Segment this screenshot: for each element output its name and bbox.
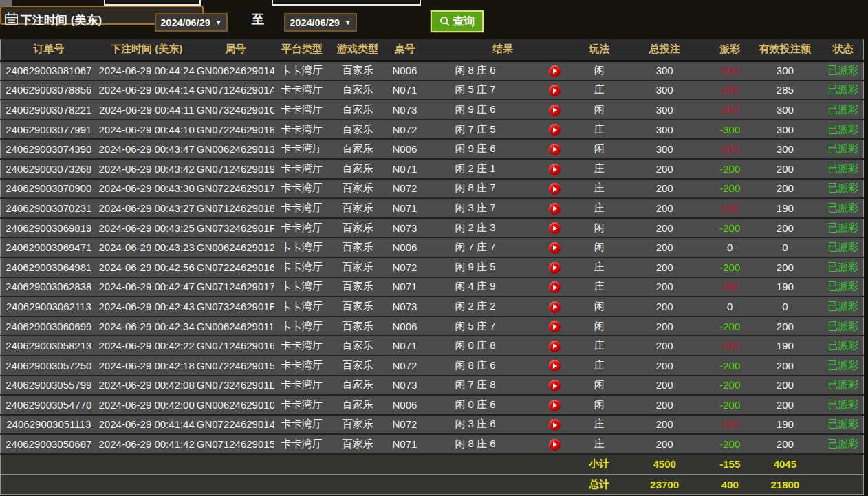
header-status: 状态	[823, 39, 863, 61]
cell-game-type: 百家乐	[329, 218, 386, 238]
play-icon[interactable]	[549, 85, 561, 96]
chevron-down-icon: ▼	[215, 19, 222, 26]
cell-valid-bet: 200	[747, 218, 823, 238]
cell-payout: -200	[713, 395, 747, 415]
cell-platform: 卡卡湾厅	[274, 237, 329, 257]
header-payout: 派彩	[713, 39, 747, 61]
play-icon[interactable]	[549, 400, 561, 411]
cell-table-no: N071	[386, 80, 424, 100]
table-row: 240629003081067 2024-06-29 00:44:24 GN00…	[1, 61, 864, 80]
play-icon[interactable]	[549, 360, 561, 371]
cell-game-type: 百家乐	[329, 356, 386, 376]
cell-platform: 卡卡湾厅	[274, 61, 329, 80]
cell-play: 庄	[582, 257, 616, 277]
cell-total-bet: 200	[616, 376, 713, 396]
cell-bet-time: 2024-06-29 00:41:42	[97, 434, 197, 454]
cell-round: GN07224629017	[197, 179, 274, 199]
cell-total-bet: 200	[616, 296, 713, 316]
cell-payout: 300	[713, 139, 747, 159]
table-row: 240629003050687 2024-06-29 00:41:42 GN07…	[1, 434, 864, 454]
cell-status: 已派彩	[823, 415, 863, 435]
play-icon[interactable]	[549, 65, 561, 77]
cell-table-no: N072	[386, 415, 424, 435]
cell-valid-bet: 200	[747, 257, 823, 277]
cell-bet-time: 2024-06-29 00:43:25	[97, 218, 197, 238]
play-icon[interactable]	[549, 262, 561, 274]
cell-bet-time: 2024-06-29 00:43:30	[97, 179, 197, 199]
cell-valid-bet: 190	[747, 198, 823, 218]
cell-replay	[527, 277, 582, 297]
play-icon[interactable]	[549, 105, 561, 116]
cell-result: 闲 7 庄 8	[424, 376, 527, 396]
cell-bet-time: 2024-06-29 00:43:27	[97, 198, 197, 218]
cell-valid-bet: 200	[747, 376, 823, 396]
cell-valid-bet: 300	[747, 139, 823, 159]
cell-order: 240629003058213	[1, 336, 97, 356]
cell-valid-bet: 300	[747, 61, 823, 80]
play-icon[interactable]	[549, 144, 561, 155]
cell-table-no: N072	[386, 120, 424, 140]
cell-platform: 卡卡湾厅	[274, 198, 329, 218]
cell-valid-bet: 0	[747, 296, 823, 316]
table-row: 240629003070900 2024-06-29 00:43:30 GN07…	[1, 179, 864, 199]
query-button[interactable]: 查询	[431, 10, 484, 32]
cell-platform: 卡卡湾厅	[274, 100, 329, 120]
cell-valid-bet: 190	[747, 277, 823, 297]
cell-order: 240629003070900	[1, 179, 97, 199]
play-icon[interactable]	[549, 419, 561, 431]
table-row: 240629003054770 2024-06-29 00:42:00 GN00…	[1, 395, 864, 415]
cell-game-type: 百家乐	[329, 434, 386, 454]
cell-bet-time: 2024-06-29 00:42:56	[97, 257, 197, 277]
cell-round: GN0712462901A	[197, 80, 274, 100]
cell-total-bet: 300	[616, 120, 713, 140]
cell-result: 闲 0 庄 8	[424, 336, 527, 356]
cell-table-no: N006	[386, 316, 424, 336]
cell-replay	[527, 376, 582, 396]
play-icon[interactable]	[549, 341, 561, 352]
cell-status: 已派彩	[823, 277, 863, 297]
cell-result: 闲 7 庄 5	[424, 120, 527, 140]
cell-replay	[527, 80, 582, 100]
cell-bet-time: 2024-06-29 00:44:11	[97, 100, 197, 120]
cell-result: 闲 8 庄 6	[424, 61, 527, 80]
cell-round: GN07224629014	[197, 415, 274, 435]
cell-order: 240629003057250	[1, 356, 97, 376]
cell-play: 闲	[582, 61, 616, 80]
cell-status: 已派彩	[823, 257, 863, 277]
play-icon[interactable]	[549, 439, 561, 451]
cell-platform: 卡卡湾厅	[274, 277, 329, 297]
play-icon[interactable]	[549, 281, 561, 293]
cell-result: 闲 0 庄 6	[424, 395, 527, 415]
play-icon[interactable]	[549, 124, 561, 136]
date-to-select[interactable]: 2024/06/29 ▼	[284, 13, 357, 32]
cell-status: 已派彩	[823, 316, 863, 336]
play-icon[interactable]	[549, 380, 561, 391]
cell-payout: -300	[713, 120, 747, 140]
cell-play: 庄	[582, 415, 616, 435]
cell-valid-bet: 190	[747, 415, 823, 435]
cell-replay	[527, 139, 582, 159]
play-icon[interactable]	[549, 321, 561, 332]
cell-result: 闲 8 庄 6	[424, 434, 527, 454]
table-row: 240629003062113 2024-06-29 00:42:43 GN07…	[1, 296, 864, 316]
cell-table-no: N073	[386, 218, 424, 238]
play-icon[interactable]	[549, 242, 561, 254]
play-icon[interactable]	[549, 183, 561, 195]
cell-result: 闲 9 庄 6	[424, 100, 527, 120]
date-from-select[interactable]: 2024/06/29 ▼	[155, 13, 228, 32]
header-platform: 平台类型	[274, 39, 329, 61]
table-row: 240629003069819 2024-06-29 00:43:25 GN07…	[1, 218, 864, 238]
cell-round: GN00624629013	[197, 139, 274, 159]
cell-valid-bet: 200	[747, 434, 823, 454]
cell-total-bet: 200	[616, 336, 713, 356]
cell-play: 庄	[582, 179, 616, 199]
cell-order: 240629003081067	[1, 61, 97, 80]
cell-round: GN0732462901G	[197, 100, 274, 120]
cell-table-no: N006	[386, 139, 424, 159]
cell-round: GN07124629018	[197, 198, 274, 218]
table-row: 240629003051113 2024-06-29 00:41:44 GN07…	[1, 415, 864, 435]
play-icon[interactable]	[549, 222, 561, 234]
play-icon[interactable]	[549, 301, 561, 313]
play-icon[interactable]	[549, 164, 561, 175]
play-icon[interactable]	[549, 203, 561, 215]
